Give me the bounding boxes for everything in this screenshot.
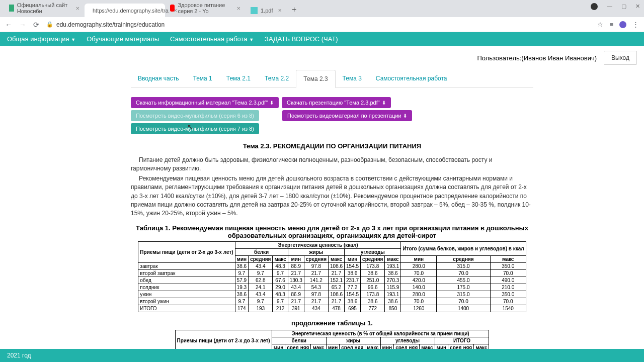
back-icon[interactable]: ←	[5, 21, 12, 29]
nutrition-table-1: Приемы пищи (дети от 2-х до 3-х лет)Энер…	[138, 241, 526, 312]
profile-avatar[interactable]	[619, 21, 626, 28]
forward-icon[interactable]: →	[19, 21, 26, 29]
paragraph: Питание детей должно быть здоровым, физи…	[131, 156, 533, 173]
lock-icon: 🔒	[46, 21, 53, 28]
table-continuation-label: продолжение таблицы 1.	[131, 319, 533, 327]
browser-toolbar: ← → ⟳ 🔒 edu.demography.site/trainings/ed…	[0, 17, 644, 32]
user-bar: Пользователь:(Иванов Иван Иванович) Выхо…	[0, 46, 644, 70]
browser-tabstrip: Официальный сайт Новосиби× https://edu.d…	[0, 0, 644, 17]
minimize-icon[interactable]: —	[607, 3, 612, 10]
favicon	[9, 5, 14, 12]
site-footer: 2021 год	[0, 349, 644, 362]
close-icon[interactable]: ×	[278, 7, 282, 14]
bookmark-star-icon[interactable]: ☆	[597, 21, 603, 28]
tab-самостоятельная-работа[interactable]: Самостоятельная работа	[369, 70, 454, 87]
new-tab-button[interactable]: +	[287, 2, 301, 17]
chevron-down-icon: ▼	[249, 37, 254, 42]
browser-tab[interactable]: 1.pdf×	[246, 4, 287, 17]
browser-tab[interactable]: https://edu.demography.site/tra×	[85, 4, 165, 17]
menu-icon[interactable]: ⋮	[632, 21, 639, 28]
url-text: edu.demography.site/trainings/education	[56, 21, 165, 28]
watch-video7-button[interactable]: Посмотреть видео-мультфильм (серия 7 из …	[131, 123, 259, 134]
site-navbar: Общая информация ▼ Обучающие материалы С…	[0, 32, 644, 46]
tab-тема-2.1[interactable]: Тема 2.1	[219, 70, 258, 87]
tab-вводная-часть[interactable]: Вводная часть	[131, 70, 186, 87]
close-icon[interactable]: ×	[236, 5, 240, 12]
watch-video6-button[interactable]: Посмотреть видео-мультфильм (серия 6 из …	[131, 110, 259, 121]
tab-тема-1[interactable]: Тема 1	[186, 70, 219, 87]
paragraph: Рекомендуемая пищевая ценность меню для …	[131, 174, 533, 218]
address-bar[interactable]: 🔒 edu.demography.site/trainings/educatio…	[46, 21, 590, 28]
nav-link[interactable]: Обучающие материалы	[87, 35, 159, 43]
user-label: Пользователь:(Иванов Иван Иванович)	[477, 54, 597, 62]
nutrition-table-2: Приемы пищи (дети от 2-х до 3-х лет)Энер…	[175, 330, 490, 351]
logout-button[interactable]: Выход	[604, 51, 637, 65]
favicon	[251, 7, 258, 14]
close-window-icon[interactable]: ✕	[635, 3, 640, 10]
lesson-tabs: Вводная частьТема 1Тема 2.1Тема 2.2Тема …	[131, 70, 533, 88]
watch-presentation-video-button[interactable]: Посмотреть видеоматериал по презентации …	[282, 110, 412, 121]
favicon	[170, 5, 175, 12]
close-icon[interactable]: ×	[75, 5, 79, 12]
nav-link[interactable]: Общая информация ▼	[7, 35, 75, 43]
browser-tab[interactable]: Официальный сайт Новосиби×	[4, 0, 85, 17]
maximize-icon[interactable]: ▢	[621, 3, 626, 10]
table-caption: Таблица 1. Рекомендуемая пищевая ценност…	[136, 224, 528, 239]
download-presentation-button[interactable]: Скачать презентацию "Тема 2.3.pdf" ⬇	[282, 97, 391, 108]
download-info-button[interactable]: Скачать информационный материал "Тема 2.…	[131, 97, 279, 108]
tab-тема-2.3[interactable]: Тема 2.3	[296, 70, 335, 88]
browser-tab[interactable]: Здоровое питание серия 2 - Yo×	[165, 0, 246, 17]
chevron-down-icon: ▼	[71, 37, 75, 42]
reload-icon[interactable]: ⟳	[33, 21, 39, 29]
download-icon: ⬇	[382, 100, 386, 106]
tab-тема-3[interactable]: Тема 3	[336, 70, 369, 87]
reading-list-icon[interactable]: ≡	[609, 21, 613, 28]
nav-link[interactable]: ЗАДАТЬ ВОПРОС (ЧАТ)	[265, 35, 338, 43]
nav-link[interactable]: Самостоятельная работа ▼	[170, 35, 254, 43]
tab-тема-2.2[interactable]: Тема 2.2	[258, 70, 296, 87]
topic-title: Тема 2.3. РЕКОМЕДАЦИИ ПО ОРГАНИЗАЦИИ ПИТ…	[131, 142, 533, 150]
download-icon: ⬇	[270, 100, 274, 106]
record-icon	[591, 3, 598, 10]
download-icon: ⬇	[403, 113, 407, 119]
